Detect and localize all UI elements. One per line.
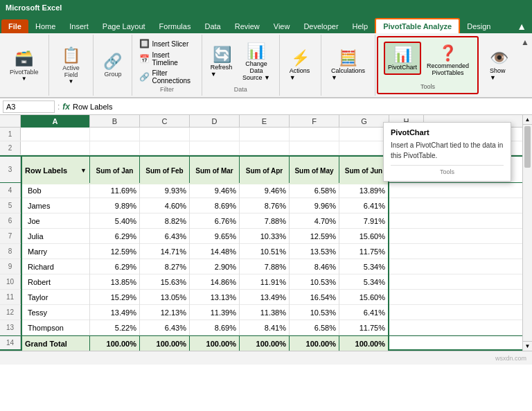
tab-review[interactable]: Review [228,19,267,33]
cell-mar-9[interactable]: 2.90% [190,259,240,274]
cell-jan-9[interactable]: 6.29% [90,259,140,274]
change-data-source-button[interactable]: 📊 Change DataSource ▼ [239,40,273,84]
tab-data[interactable]: Data [197,19,227,33]
tab-file[interactable]: File [1,19,28,33]
cell-jan-10[interactable]: 13.85% [90,274,140,290]
tab-home[interactable]: Home [28,19,62,33]
ribbon-expand[interactable]: ▲ [521,37,529,47]
tab-design[interactable]: Design [460,19,497,33]
scroll-down[interactable]: ▼ [523,341,532,351]
cell-label-4[interactable]: Bob [21,183,90,198]
cell-b2[interactable] [90,141,140,155]
cell-label-11[interactable]: Taylor [21,290,90,305]
cell-a1[interactable] [21,128,90,141]
cell-label-8[interactable]: Marry [21,244,90,259]
col-header-g[interactable]: G [339,115,389,128]
cell-label-5[interactable]: James [21,198,90,213]
cell-jan-11[interactable]: 15.29% [90,290,140,305]
cell-jun-8[interactable]: 11.75% [339,244,389,259]
cell-mar-4[interactable]: 9.46% [190,183,240,198]
tab-pivottable-analyze[interactable]: PivotTable Analyze [375,18,460,33]
header-row-labels[interactable]: Row Labels ▼ [21,157,90,184]
cell-apr-9[interactable]: 7.88% [240,259,290,274]
cell-apr-13[interactable]: 8.41% [240,320,290,335]
cell-mar-12[interactable]: 11.39% [190,305,240,320]
tab-insert[interactable]: Insert [62,19,96,33]
cell-feb-9[interactable]: 8.27% [140,259,190,274]
cell-feb-8[interactable]: 14.71% [140,244,190,259]
col-header-d[interactable]: D [190,115,240,128]
cell-f2[interactable] [290,141,339,155]
cell-feb-6[interactable]: 8.82% [140,213,190,229]
cell-feb-11[interactable]: 13.05% [140,290,190,305]
cell-apr-5[interactable]: 8.76% [240,198,290,213]
insert-slicer-button[interactable]: 🔲 Insert Slicer [136,37,197,50]
cell-feb-13[interactable]: 6.43% [140,320,190,335]
cell-jan-13[interactable]: 5.22% [90,320,140,335]
cell-g1[interactable] [339,128,389,141]
cell-b1[interactable] [90,128,140,141]
cell-apr-7[interactable]: 10.33% [240,229,290,244]
cell-jun-12[interactable]: 6.41% [339,305,389,320]
cell-jun-6[interactable]: 7.91% [339,213,389,229]
cell-may-13[interactable]: 6.58% [290,320,339,335]
cell-mar-10[interactable]: 14.86% [190,274,240,290]
cell-may-9[interactable]: 8.46% [290,259,339,274]
cell-apr-6[interactable]: 7.88% [240,213,290,229]
refresh-button[interactable]: 🔄 Refresh ▼ [208,43,237,80]
tab-page-layout[interactable]: Page Layout [96,19,152,33]
cell-feb-10[interactable]: 15.63% [140,274,190,290]
pivottable-button[interactable]: 🗃️ PivotTable ▼ [6,37,43,93]
cell-a2[interactable] [21,141,90,155]
actions-button[interactable]: ⚡ Actions ▼ [285,37,315,93]
name-box[interactable]: A3 [3,100,55,113]
cell-feb-5[interactable]: 4.60% [140,198,190,213]
cell-f1[interactable] [290,128,339,141]
cell-apr-8[interactable]: 10.51% [240,244,290,259]
col-header-b[interactable]: B [90,115,140,128]
cell-c1[interactable] [140,128,190,141]
cell-jun-7[interactable]: 15.60% [339,229,389,244]
cell-mar-6[interactable]: 6.76% [190,213,240,229]
filter-connections-button[interactable]: 🔗 Filter Connections [136,68,197,86]
cell-label-9[interactable]: Richard [21,259,90,274]
scroll-up[interactable]: ▲ [523,115,532,125]
insert-timeline-button[interactable]: 📅 Insert Timeline [136,50,197,68]
tab-help[interactable]: Help [346,19,375,33]
cell-jan-12[interactable]: 13.49% [90,305,140,320]
cell-jun-10[interactable]: 5.34% [339,274,389,290]
cell-g2[interactable] [339,141,389,155]
cell-d1[interactable] [190,128,240,141]
vertical-scrollbar[interactable]: ▲ ▼ [522,115,532,351]
cell-jun-9[interactable]: 5.34% [339,259,389,274]
cell-feb-12[interactable]: 12.13% [140,305,190,320]
show-button[interactable]: 👁️ Show ▼ [486,37,513,93]
cell-d2[interactable] [190,141,240,155]
cell-may-6[interactable]: 4.70% [290,213,339,229]
cell-apr-10[interactable]: 11.91% [240,274,290,290]
cell-jun-5[interactable]: 6.41% [339,198,389,213]
cell-label-7[interactable]: Julia [21,229,90,244]
cell-may-10[interactable]: 10.53% [290,274,339,290]
cell-label-12[interactable]: Tessy [21,305,90,320]
cell-c2[interactable] [140,141,190,155]
cell-e1[interactable] [240,128,290,141]
cell-mar-5[interactable]: 8.69% [190,198,240,213]
cell-may-5[interactable]: 9.96% [290,198,339,213]
cell-jan-8[interactable]: 12.59% [90,244,140,259]
cell-label-6[interactable]: Joe [21,213,90,229]
cell-jun-4[interactable]: 13.89% [339,183,389,198]
cell-jan-5[interactable]: 9.89% [90,198,140,213]
cell-feb-4[interactable]: 9.93% [140,183,190,198]
recommended-pivottables-button[interactable]: ❓ RecommendedPivotTables [424,42,472,79]
cell-mar-7[interactable]: 9.65% [190,229,240,244]
cell-label-13[interactable]: Thompson [21,320,90,335]
cell-feb-7[interactable]: 6.43% [140,229,190,244]
cell-mar-11[interactable]: 13.13% [190,290,240,305]
cell-jan-4[interactable]: 11.69% [90,183,140,198]
cell-jan-6[interactable]: 5.40% [90,213,140,229]
col-header-a[interactable]: A [21,115,90,128]
cell-may-11[interactable]: 16.54% [290,290,339,305]
cell-apr-12[interactable]: 11.38% [240,305,290,320]
cell-apr-4[interactable]: 9.46% [240,183,290,198]
